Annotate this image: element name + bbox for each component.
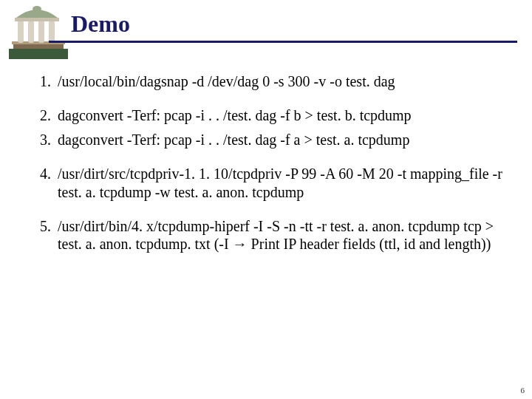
svg-point-8 — [33, 6, 41, 12]
list-item: /usr/local/bin/dagsnap -d /dev/dag 0 -s … — [55, 72, 502, 90]
slide-header: Demo — [0, 0, 532, 59]
svg-rect-4 — [28, 21, 34, 43]
command-list: /usr/local/bin/dagsnap -d /dev/dag 0 -s … — [34, 72, 502, 253]
svg-rect-3 — [18, 21, 24, 43]
list-item: dagconvert -Terf: pcap -i . . /test. dag… — [55, 106, 502, 124]
list-item: /usr/dirt/bin/4. x/tcpdump-hiperf -I -S … — [55, 217, 502, 253]
list-item: dagconvert -Terf: pcap -i . . /test. dag… — [55, 131, 502, 149]
logo-icon — [9, 6, 68, 59]
list-item: /usr/dirt/src/tcpdpriv-1. 1. 10/tcpdpriv… — [55, 165, 502, 201]
svg-rect-1 — [13, 44, 64, 49]
title-area: Demo — [68, 6, 532, 43]
title-underline — [49, 41, 517, 43]
svg-rect-5 — [38, 21, 44, 43]
svg-rect-6 — [49, 21, 55, 43]
svg-rect-0 — [9, 49, 68, 59]
slide-title: Demo — [71, 10, 532, 38]
page-number: 6 — [521, 386, 525, 395]
svg-rect-7 — [15, 18, 59, 21]
